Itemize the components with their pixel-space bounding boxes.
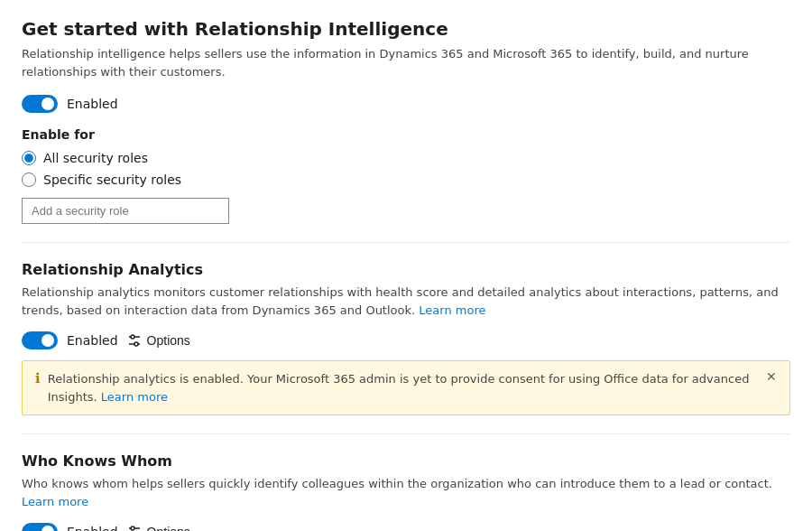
enabled-toggle-row: Enabled — [22, 95, 790, 113]
who-knows-whom-options-label: Options — [147, 525, 190, 531]
relationship-analytics-desc-text: Relationship analytics monitors customer… — [22, 285, 779, 317]
who-knows-whom-learn-more[interactable]: Learn more — [22, 495, 88, 508]
radio-specific-input[interactable] — [22, 172, 36, 187]
relationship-analytics-options-btn[interactable]: Options — [127, 333, 190, 348]
relationship-analytics-learn-more[interactable]: Learn more — [419, 303, 485, 317]
relationship-analytics-alert: ℹ Relationship analytics is enabled. You… — [22, 360, 790, 415]
options-icon — [127, 333, 142, 348]
relationship-analytics-alert-text: Relationship analytics is enabled. Your … — [48, 370, 759, 405]
radio-specific-security-roles[interactable]: Specific security roles — [22, 172, 790, 187]
relationship-analytics-alert-learn-more[interactable]: Learn more — [101, 390, 168, 404]
relationship-analytics-section: Relationship Analytics Relationship anal… — [22, 261, 790, 415]
who-knows-whom-title: Who Knows Whom — [22, 452, 790, 470]
radio-all-label: All security roles — [43, 151, 148, 165]
relationship-analytics-enabled-label: Enabled — [67, 333, 118, 348]
radio-specific-label: Specific security roles — [43, 172, 181, 187]
who-knows-whom-controls: Enabled Options — [22, 523, 790, 531]
section-divider-1 — [22, 242, 790, 243]
who-knows-whom-desc: Who knows whom helps sellers quickly ide… — [22, 475, 790, 510]
options-icon-2 — [127, 525, 142, 531]
svg-point-5 — [131, 526, 134, 530]
security-role-input[interactable] — [22, 198, 229, 224]
radio-all-input[interactable] — [22, 151, 36, 165]
enabled-toggle-label: Enabled — [67, 97, 118, 111]
page-description: Relationship intelligence helps sellers … — [22, 45, 790, 80]
relationship-analytics-title: Relationship Analytics — [22, 261, 790, 278]
relationship-analytics-options-label: Options — [147, 333, 190, 348]
section-divider-2 — [22, 433, 790, 434]
radio-all-security-roles[interactable]: All security roles — [22, 151, 790, 165]
who-knows-whom-enabled-label: Enabled — [67, 525, 118, 531]
svg-point-3 — [134, 342, 138, 346]
radio-group: All security roles Specific security rol… — [22, 151, 790, 187]
enabled-toggle[interactable] — [22, 95, 58, 113]
who-knows-whom-section: Who Knows Whom Who knows whom helps sell… — [22, 452, 790, 531]
alert-info-icon-1: ℹ — [35, 370, 41, 387]
relationship-analytics-controls: Enabled Options — [22, 331, 790, 349]
who-knows-whom-options-btn[interactable]: Options — [127, 525, 190, 531]
page-title: Get started with Relationship Intelligen… — [22, 18, 790, 40]
svg-point-1 — [131, 335, 134, 339]
who-knows-whom-desc-text: Who knows whom helps sellers quickly ide… — [22, 477, 772, 490]
relationship-analytics-desc: Relationship analytics monitors customer… — [22, 284, 790, 319]
description-text-1: Relationship intelligence helps sellers … — [22, 47, 749, 79]
enable-for-label: Enable for — [22, 127, 790, 142]
relationship-analytics-alert-close[interactable]: ✕ — [766, 370, 777, 383]
who-knows-whom-toggle[interactable] — [22, 523, 58, 531]
relationship-analytics-toggle[interactable] — [22, 331, 58, 349]
